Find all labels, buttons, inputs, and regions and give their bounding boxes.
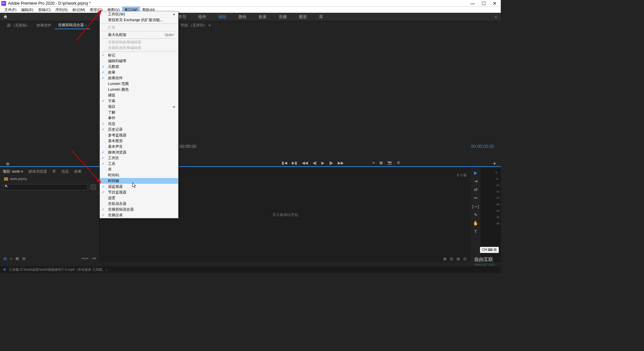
play-icon[interactable]: ▶ [321, 161, 324, 165]
menu-item-16[interactable]: Lumetri 颜色 [100, 87, 178, 92]
pen-tool-icon[interactable]: ✎ [474, 212, 478, 217]
menu-item-27[interactable]: ✓媒体浏览器 [100, 149, 178, 155]
step-fwd-icon[interactable]: |▶ [329, 161, 333, 165]
workspace-overflow-icon[interactable]: » [491, 15, 501, 19]
ripple-tool-icon[interactable]: ⇄ [474, 187, 478, 192]
meter-tick: -48 [495, 222, 499, 225]
home-button[interactable] [0, 13, 11, 21]
selection-tool-icon[interactable]: ▶ [474, 170, 477, 175]
meter-tick: -30 [495, 203, 499, 206]
menu-item-14[interactable]: ✓效果控件 [100, 75, 178, 81]
workspace-tab-2[interactable]: 编辑 [212, 14, 232, 20]
menu-item-37[interactable]: ✓音频剪辑混合器 [100, 207, 178, 212]
toggle-view1-icon[interactable]: ▥ [3, 256, 7, 261]
menu-4[interactable]: 标记(M) [70, 7, 88, 13]
mark-in-icon[interactable]: ▮◀ [282, 161, 287, 165]
project-tab-1[interactable]: 媒体浏览器 [26, 168, 50, 175]
menu-item-38[interactable]: ✓音频仪表 [100, 212, 178, 218]
export-frame-icon[interactable]: 📷 [387, 161, 392, 165]
program-tab[interactable]: 节目:（无序列） ≡ [177, 22, 214, 29]
menu-item-10[interactable]: ✓标记 [100, 52, 178, 58]
workspace-tab-5[interactable]: 音频 [273, 14, 293, 20]
menu-item-13[interactable]: ✓效果 [100, 70, 178, 75]
menu-0[interactable]: 文件(F) [2, 7, 19, 13]
hand-tool-icon[interactable]: ✋ [473, 221, 478, 226]
menu-item-32[interactable]: 时间轴 [100, 178, 178, 184]
source-tab-2[interactable]: 音频剪辑混合器≡ [55, 21, 90, 29]
menu-item-31[interactable]: 时间码 [100, 172, 178, 178]
new-bin-button[interactable] [91, 184, 96, 190]
maximize-button[interactable]: ☐ [482, 1, 486, 6]
menu-item-34[interactable]: ✓节目监视器 [100, 189, 178, 195]
add-button[interactable]: + [493, 161, 496, 167]
source-tab-0[interactable]: 源:（无剪辑） [3, 22, 33, 29]
menu-1[interactable]: 编辑(E) [19, 7, 36, 13]
menu-item-8: 音频轨道效果编辑器 [100, 45, 178, 51]
zoom-slider-handle[interactable]: ━o━ [82, 256, 88, 261]
meter-tick: -6 [495, 177, 499, 180]
menu-item-29[interactable]: ✓工具 [100, 161, 178, 167]
project-panel: 项目: work ≡媒体浏览器库信息效果 work.prproj ▥ ≡ ▦ ▤… [0, 167, 100, 262]
menu-2[interactable]: 剪辑(C) [36, 7, 53, 13]
list-view-icon[interactable]: ≡ [10, 257, 12, 261]
project-tab-3[interactable]: 信息 [59, 168, 71, 175]
minimize-button[interactable]: — [470, 1, 475, 6]
program-timecode: 00:00:00:00 [471, 144, 494, 149]
menu-item-12[interactable]: ✓元数据 [100, 64, 178, 70]
menu-3[interactable]: 序列(S) [53, 7, 70, 13]
close-button[interactable]: ✕ [493, 1, 497, 6]
menu-item-15[interactable]: Lumetri 范围 [100, 81, 178, 87]
menu-item-33[interactable]: ✓源监视器 [100, 184, 178, 189]
workspace-tab-7[interactable]: 库 [313, 14, 329, 20]
menu-item-26[interactable]: 基本声音 [100, 144, 178, 149]
mark-out-icon[interactable]: ▶▮ [292, 161, 297, 165]
menu-item-22[interactable]: ✓信息 [100, 121, 178, 127]
tl-btn2-icon[interactable]: ▤ [450, 257, 453, 261]
workspace-tab-3[interactable]: 颜色 [232, 14, 253, 20]
tl-btn3-icon[interactable]: ▦ [457, 257, 460, 261]
search-input[interactable] [3, 184, 88, 190]
menu-item-19[interactable]: 项目▸ [100, 104, 178, 109]
menu-item-17[interactable]: 捕捉 [100, 92, 178, 98]
tl-btn1-icon[interactable]: ▦ [443, 257, 446, 261]
menu-item-5[interactable]: 最大化框架Shift+` [100, 32, 178, 38]
workspace-tab-4[interactable]: 效果 [253, 14, 273, 20]
menu-item-20[interactable]: 了解 [100, 109, 178, 115]
menu-item-1[interactable]: 查找有关 Exchange 的扩展功能... [100, 17, 178, 23]
project-tab-4[interactable]: 效果 [71, 168, 84, 175]
menu-item-24[interactable]: 参考监视器 [100, 132, 178, 138]
project-file-icon [4, 177, 8, 181]
transport-extra: ⇥ ▦ 📷 ⚙ [372, 161, 400, 165]
menu-item-36[interactable]: 音轨混合器 [100, 201, 178, 207]
slip-tool-icon[interactable]: |↔| [472, 204, 479, 209]
menu-item-11[interactable]: 编辑到磁带 [100, 58, 178, 64]
settings-icon[interactable]: ⚙ [397, 161, 400, 165]
track-select-tool-icon[interactable]: ⇥ [474, 179, 478, 184]
menu-item-21[interactable]: 事件 [100, 115, 178, 121]
freeform-view-icon[interactable]: ▤ [22, 256, 25, 261]
step-back-icon[interactable]: ◀| [313, 161, 317, 165]
icon-view-icon[interactable]: ▦ [15, 256, 19, 261]
razor-tool-icon[interactable]: ✂ [474, 195, 478, 201]
project-tab-2[interactable]: 库 [50, 168, 59, 175]
project-tab-0[interactable]: 项目: work ≡ [0, 168, 26, 175]
menu-item-18[interactable]: ✓字幕 [100, 98, 178, 104]
go-out-icon[interactable]: ▶▶ [338, 161, 344, 165]
workspace-tab-1[interactable]: 组件 [192, 14, 212, 20]
menu-item-35[interactable]: 进度 [100, 195, 178, 201]
sort-icon[interactable]: ≡▾ [92, 256, 96, 261]
menu-item-25[interactable]: 基本图形 [100, 138, 178, 144]
go-in-icon[interactable]: ◀◀ [302, 161, 308, 165]
ime-indicator[interactable]: CH ⌨ 简 [480, 247, 499, 253]
menu-item-0[interactable]: 工作区(W)▸ [100, 11, 178, 17]
zoom-slider[interactable] [6, 162, 98, 165]
menu-item-30[interactable]: 库 [100, 167, 178, 172]
tl-btn4-icon[interactable]: ▥ [463, 257, 467, 261]
menu-item-23[interactable]: ✓历史记录 [100, 127, 178, 132]
menu-item-28[interactable]: ✓工作区 [100, 155, 178, 161]
overwrite-icon[interactable]: ▦ [379, 161, 383, 165]
source-tab-1[interactable]: 效果控件 [33, 22, 55, 29]
insert-icon[interactable]: ⇥ [372, 161, 375, 165]
workspace-tab-6[interactable]: 图形 [293, 14, 313, 20]
type-tool-icon[interactable]: T [474, 229, 477, 234]
